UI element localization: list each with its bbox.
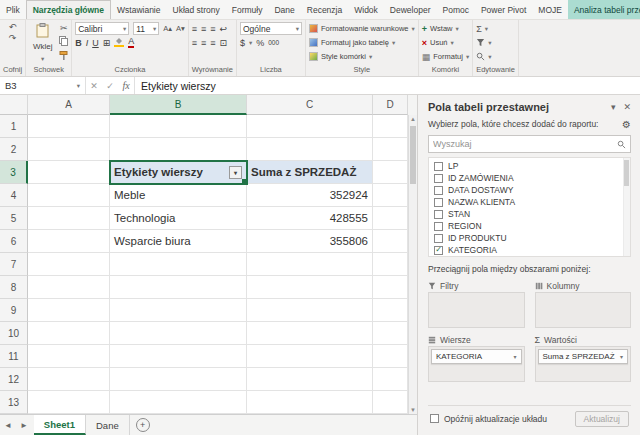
pivot-filter-dropdown[interactable]: ▾	[229, 166, 242, 179]
align-left-button[interactable]: ≡	[192, 38, 197, 48]
field-list-scrollbar[interactable]	[623, 158, 630, 256]
currency-format-button[interactable]: $	[240, 38, 245, 48]
cell-A12[interactable]	[28, 368, 110, 391]
values-drop-zone[interactable]: Suma z SPRZEDAŻ▾	[535, 346, 632, 382]
undo-icon[interactable]: ↶	[9, 22, 17, 32]
paste-button[interactable]: Wklej ▾	[29, 22, 56, 64]
row-header-3[interactable]: 3	[0, 161, 28, 184]
cell-A7[interactable]	[28, 253, 110, 276]
update-button[interactable]: Aktualizuj	[575, 411, 629, 427]
cell-C13[interactable]	[247, 391, 373, 414]
italic-button[interactable]: I	[86, 38, 89, 48]
cell-D13[interactable]	[373, 391, 408, 414]
cell-D9[interactable]	[373, 299, 408, 322]
cell-C11[interactable]	[247, 345, 373, 368]
cell-C3[interactable]: Suma z SPRZEDAŻ	[247, 161, 373, 184]
name-box[interactable]: B3 ▾	[0, 77, 86, 94]
align-top-button[interactable]: ≡	[192, 24, 197, 34]
search-box[interactable]	[428, 135, 631, 153]
row-header-11[interactable]: 11	[0, 345, 28, 368]
scrollbar-thumb[interactable]	[410, 126, 416, 184]
rows-drop-zone[interactable]: KATEGORIA▾	[428, 346, 525, 382]
field-item-nazwa-klienta[interactable]: NAZWA KLIENTA	[429, 196, 630, 208]
cell-D1[interactable]	[373, 115, 408, 138]
align-middle-button[interactable]: ≡	[201, 24, 206, 34]
field-item-lp[interactable]: LP	[429, 160, 630, 172]
cell-B12[interactable]	[110, 368, 247, 391]
row-header-13[interactable]: 13	[0, 391, 28, 414]
font-color-button[interactable]: A	[128, 37, 134, 48]
ribbon-tab-dane[interactable]: Dane	[268, 0, 300, 19]
sheet-nav-left-icon[interactable]: ◄	[0, 415, 16, 435]
cell-A5[interactable]	[28, 207, 110, 230]
cell-A3[interactable]	[28, 161, 110, 184]
ribbon-tab-power-pivot[interactable]: Power Pivot	[475, 0, 532, 19]
cell-A4[interactable]	[28, 184, 110, 207]
row-header-4[interactable]: 4	[0, 184, 28, 207]
field-item-stan[interactable]: STAN	[429, 208, 630, 220]
cell-A10[interactable]	[28, 322, 110, 345]
cell-B3[interactable]: Etykiety wierszy▾	[110, 161, 247, 184]
delete-cells-button[interactable]: × Usuń ▾	[422, 36, 469, 49]
cell-C5[interactable]: 428555	[247, 207, 373, 230]
redo-icon[interactable]: ↷	[9, 33, 17, 43]
cell-D12[interactable]	[373, 368, 408, 391]
cell-C6[interactable]: 355806	[247, 230, 373, 253]
cell-A13[interactable]	[28, 391, 110, 414]
field-pill-kategoria[interactable]: KATEGORIA▾	[431, 349, 522, 364]
cell-B1[interactable]	[110, 115, 247, 138]
cell-D2[interactable]	[373, 138, 408, 161]
cell-D3[interactable]	[373, 161, 408, 184]
column-header-d[interactable]: D	[373, 95, 408, 115]
cell-A11[interactable]	[28, 345, 110, 368]
cell-styles-button[interactable]: Style komórki ▾	[309, 50, 415, 63]
percent-format-button[interactable]: %	[256, 38, 264, 48]
cell-D5[interactable]	[373, 207, 408, 230]
formula-input[interactable]: Etykiety wierszy	[134, 77, 640, 94]
cell-B4[interactable]: Meble	[110, 184, 247, 207]
number-format-select[interactable]: Ogólne ▾	[240, 22, 302, 35]
field-item-region[interactable]: REGION	[429, 220, 630, 232]
sort-filter-button[interactable]: ▾	[476, 36, 515, 49]
align-center-button[interactable]: ≡	[201, 38, 206, 48]
cell-A1[interactable]	[28, 115, 110, 138]
cell-A8[interactable]	[28, 276, 110, 299]
cell-A6[interactable]	[28, 230, 110, 253]
defer-layout-checkbox[interactable]	[430, 414, 439, 423]
cell-D7[interactable]	[373, 253, 408, 276]
field-checkbox[interactable]	[434, 162, 443, 171]
ribbon-tab-recenzja[interactable]: Recenzja	[301, 0, 348, 19]
ribbon-tab-deweloper[interactable]: Deweloper	[384, 0, 437, 19]
row-header-2[interactable]: 2	[0, 138, 28, 161]
fill-color-button[interactable]	[114, 36, 124, 49]
select-all-corner[interactable]	[0, 95, 28, 115]
field-checkbox[interactable]: ✓	[434, 246, 443, 255]
cell-C8[interactable]	[247, 276, 373, 299]
wrap-text-button[interactable]: ↩	[220, 24, 228, 34]
font-name-select[interactable]: Calibri ▾	[75, 22, 129, 35]
filters-drop-zone[interactable]	[428, 292, 525, 328]
field-checkbox[interactable]	[434, 234, 443, 243]
underline-button[interactable]: U	[92, 38, 99, 48]
ribbon-tab-widok[interactable]: Widok	[348, 0, 384, 19]
column-header-b[interactable]: B	[110, 95, 247, 115]
ribbon-tab-formuly[interactable]: Formuły	[226, 0, 269, 19]
sheet-tab-dane[interactable]: Dane	[86, 415, 130, 435]
field-item-id-produktu[interactable]: ID PRODUKTU	[429, 232, 630, 244]
cell-B6[interactable]: Wsparcie biura	[110, 230, 247, 253]
row-header-12[interactable]: 12	[0, 368, 28, 391]
comma-format-button[interactable]: 000	[268, 39, 279, 46]
cell-B2[interactable]	[110, 138, 247, 161]
align-right-button[interactable]: ≡	[210, 38, 215, 48]
cell-D10[interactable]	[373, 322, 408, 345]
panel-close-icon[interactable]: ✕	[623, 102, 631, 112]
ribbon-tab-narzedzia-glowne[interactable]: Narzędzia główne	[26, 0, 111, 19]
field-pill-suma-z-sprzeda[interactable]: Suma z SPRZEDAŻ▾	[538, 349, 629, 364]
field-item-data-dostawy[interactable]: DATA DOSTAWY	[429, 184, 630, 196]
sheet-nav-right-icon[interactable]: ►	[16, 415, 32, 435]
copy-icon[interactable]	[59, 36, 68, 48]
format-painter-icon[interactable]	[59, 51, 68, 63]
vertical-scrollbar[interactable]: ▲ ▼	[408, 115, 417, 414]
borders-button[interactable]: ⊞	[103, 38, 111, 48]
row-header-6[interactable]: 6	[0, 230, 28, 253]
